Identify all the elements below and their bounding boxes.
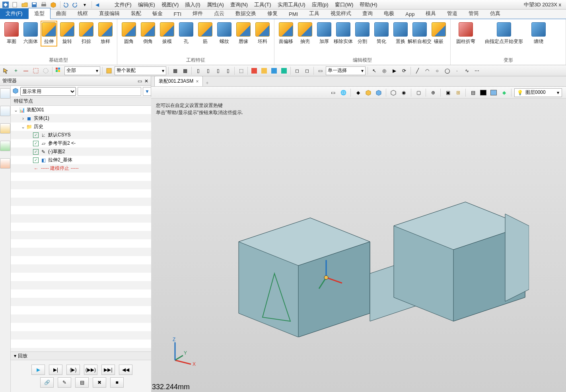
filter-combo-all[interactable]: 全部▾ [64,66,100,75]
funnel-icon[interactable]: ▼ [143,87,152,96]
arc-icon[interactable]: ◠ [423,66,432,75]
viewport-3d[interactable]: 您可以在自定义设置里设置热键 单击"帮助/显示提示"按钮来取消这些提示. [151,99,566,392]
vt-target-icon[interactable]: ⊕ [429,88,438,97]
tree-node-history[interactable]: ⌄📁历史 [11,122,153,131]
select-lasso-icon[interactable] [41,66,50,75]
vt-icon[interactable] [374,88,383,97]
ritem-rib[interactable]: 筋 [197,22,214,45]
ritem-stock[interactable]: 坯料 [254,22,271,45]
step-fwd-button[interactable]: ▶| [49,365,62,375]
ritem-thread[interactable]: 螺纹 [216,22,233,45]
tab-app[interactable]: App [400,10,420,19]
stop-button[interactable]: ■ [110,377,124,388]
document-tab[interactable]: 装配001.Z3ASM × [154,76,203,86]
menu-attr[interactable]: 属性(A) [204,1,227,8]
tab-tube[interactable]: 管筒 [463,8,484,19]
delete-button[interactable]: ✖ [93,377,106,388]
iconbar-cube[interactable] [0,123,10,134]
tab-heal[interactable]: 修复 [262,8,283,19]
minus-icon[interactable]: — [21,66,30,75]
redo-icon[interactable] [71,1,79,9]
select-mode-combo[interactable]: 单一选择▾ [326,66,366,75]
menu-file[interactable]: 文件(F) [111,1,135,8]
vt-icon[interactable]: ▣ [443,88,452,97]
open-icon[interactable] [21,1,29,9]
assembly-icon[interactable] [105,66,113,75]
menu-edit[interactable]: 编辑(E) [135,1,158,8]
dock-icon[interactable]: ▭ [138,78,142,84]
ritem-wrap[interactable]: 缠绕 [530,22,547,45]
tab-pipe[interactable]: 管道 [442,8,463,19]
tab-sheetmetal[interactable]: 钣金 [147,8,168,19]
ritem-sweep[interactable]: 扫掠 [78,22,95,45]
ritem-box[interactable]: 六面体 [22,22,39,45]
tree-node-extrude[interactable]: ✓◧拉伸2_基体 [11,156,153,164]
curve-icon[interactable]: ∿ [463,66,471,75]
tb-icon[interactable]: ◻ [293,66,301,75]
tree-node-sketch[interactable]: ✓✎(-)草图2 [11,147,153,156]
end-button[interactable]: ▶▶| [101,365,115,375]
tab-file[interactable]: 文件(F) [0,8,28,19]
vt-icon[interactable]: 🌐 [339,88,348,97]
ritem-replace[interactable]: 置换 [392,22,409,45]
ritem-shell[interactable]: 抽壳 [297,22,313,45]
ritem-fillet[interactable]: 圆角 [121,22,137,45]
new-icon[interactable] [11,1,19,9]
undo-icon[interactable] [62,1,70,9]
tb-icon[interactable]: ▯ [194,66,202,75]
ritem-lip[interactable]: 唇缘 [235,22,252,45]
tab-tool[interactable]: 工具 [303,8,325,19]
tb-icon[interactable]: ⬚ [237,66,245,75]
ritem-pointdeform[interactable]: 由指定点开始变形 [480,22,528,45]
tab-fti[interactable]: FTI [168,10,187,19]
point-icon[interactable]: · [453,66,461,75]
ff-button[interactable]: (▶▶) [84,365,97,375]
tab-pmi[interactable]: PMI [283,10,303,19]
filter-select[interactable]: 显示常用 [20,87,76,96]
save-icon[interactable] [30,1,38,9]
line-icon[interactable]: ╱ [413,66,422,75]
feature-tree[interactable]: ⌄📊装配001 ›◼实体(1) ⌄📁历史 ✓⟀默认CSYS ✓▱参考平面2 <-… [11,106,153,351]
tab-weld[interactable]: 焊件 [187,8,208,19]
edit-button[interactable]: ✎ [58,377,71,388]
play-icon[interactable]: ▶ [390,66,399,75]
tree-node-stop[interactable]: ←----- 建模停止 ----- [11,164,153,173]
arrow-icon[interactable]: ↖ [370,66,379,75]
dropdown-icon[interactable]: ▾ [81,1,89,9]
ritem-thicken[interactable]: 加厚 [316,22,333,45]
close-tab-icon[interactable]: × [196,79,198,84]
prev-icon[interactable]: ◀ [93,1,101,9]
iconbar-user[interactable] [0,158,10,169]
tab-directedit[interactable]: 直接编辑 [93,8,125,19]
ritem-sketch[interactable]: 草图 [3,22,20,45]
vt-blue-swatch[interactable] [489,88,498,97]
select-rect-icon[interactable] [31,66,40,75]
ritem-loft[interactable]: 放样 [97,22,114,45]
playback-header[interactable]: ▾ 回放 [11,351,153,360]
iconbar-image[interactable] [0,141,10,151]
ritem-inlay[interactable]: 镶嵌 [430,22,447,45]
ritem-hole[interactable]: 孔 [178,22,195,45]
ritem-remove[interactable]: 移除实体 [335,22,352,45]
tb-icon[interactable]: ▭ [316,66,325,75]
tab-dataexchange[interactable]: 数据交换 [230,8,262,19]
tab-inquire[interactable]: 查询 [357,8,378,19]
tb-icon[interactable]: ⟳ [400,66,408,75]
ritem-resolve[interactable]: 解析自相交 [411,22,428,45]
menu-app[interactable]: 应用(p) [309,1,332,8]
add-tab-button[interactable]: ＋ [203,80,212,86]
tb-icon[interactable]: ◻ [303,66,311,75]
tab-modeling[interactable]: 造型 [28,8,51,19]
tb-icon[interactable] [280,66,288,75]
link-button[interactable]: 🔗 [40,377,54,388]
tab-surface[interactable]: 曲面 [51,8,72,19]
tab-pointcloud[interactable]: 点云 [208,8,230,19]
layer-combo[interactable]: 💡 图层0000 ▾ [514,88,562,97]
circle2-icon[interactable]: ◯ [443,66,451,75]
menu-insert[interactable]: 插入(I) [182,1,203,8]
next-button[interactable]: (▶) [66,365,80,375]
rewind-button[interactable]: ◀◀ [119,365,132,375]
palette-icon[interactable] [54,66,63,75]
tb-icon[interactable]: ⋯ [473,66,481,75]
cube-small-icon[interactable] [12,87,19,95]
